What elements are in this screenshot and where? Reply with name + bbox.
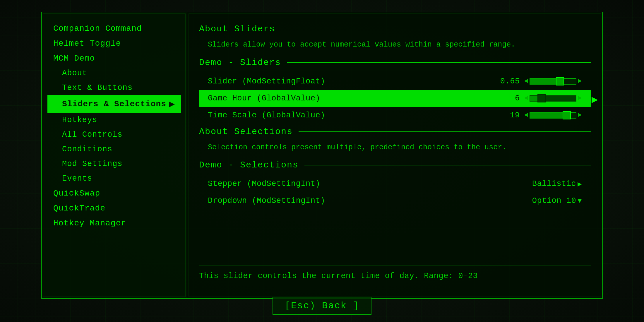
section-header-about-sliders: About Sliders: [199, 24, 591, 34]
slider-left-arrow-icon[interactable]: ◄: [524, 95, 528, 102]
section-desc-about-sliders: Sliders allow you to accept numerical va…: [199, 39, 591, 50]
setting-row-game-hour[interactable]: Game Hour (GlobalValue)6◄►▶: [199, 90, 591, 107]
slider-control-slider-float[interactable]: ◄►: [524, 78, 582, 85]
sidebar-item-hotkeys[interactable]: Hotkeys: [47, 113, 181, 127]
sidebar-item-mcm-demo[interactable]: MCM Demo: [47, 51, 181, 66]
dropdown-arrow-icon[interactable]: ▼: [578, 197, 582, 205]
slider-right-arrow-icon[interactable]: ►: [578, 112, 582, 119]
section-desc-about-selections: Selection controls present multiple, pre…: [199, 142, 591, 153]
main-container: Companion CommandHelmet ToggleMCM DemoAb…: [41, 12, 603, 299]
sidebar-item-label: Sliders & Selections: [62, 100, 166, 109]
setting-value-game-hour: 6: [502, 94, 520, 103]
section-title-about-sliders: About Sliders: [199, 24, 275, 34]
slider-right-arrow-icon[interactable]: ►: [578, 95, 582, 102]
slider-control-time-scale[interactable]: ◄►: [524, 112, 582, 119]
back-button[interactable]: [Esc) Back ]: [273, 297, 371, 315]
section-divider-demo-selections: [304, 165, 591, 165]
section-divider-demo-sliders: [287, 62, 591, 63]
setting-label-dropdown: Dropdown (ModSettingInt): [208, 196, 532, 205]
stepper-value-stepper: Ballistic: [532, 179, 576, 188]
section-title-demo-selections: Demo - Selections: [199, 160, 299, 170]
slider-thumb-time-scale: [563, 111, 571, 119]
setting-label-slider-float: Slider (ModSettingFloat): [208, 77, 500, 86]
section-title-about-selections: About Selections: [199, 127, 293, 137]
slider-fill-slider-float: [530, 79, 560, 84]
dropdown-control-dropdown[interactable]: Option 10▼: [532, 196, 582, 205]
slider-control-game-hour[interactable]: ◄►: [524, 95, 582, 102]
slider-thumb-game-hour: [537, 94, 546, 102]
sidebar-item-companion-command[interactable]: Companion Command: [47, 21, 181, 36]
sidebar-item-text-buttons[interactable]: Text & Buttons: [47, 80, 181, 95]
section-divider-about-sliders: [281, 29, 591, 29]
section-title-demo-sliders: Demo - Sliders: [199, 58, 281, 68]
slider-left-arrow-icon[interactable]: ◄: [524, 78, 528, 85]
setting-label-game-hour: Game Hour (GlobalValue): [208, 94, 502, 103]
section-header-demo-sliders: Demo - Sliders: [199, 58, 591, 68]
setting-row-stepper[interactable]: Stepper (ModSettingInt)Ballistic▶: [199, 175, 591, 192]
stepper-control-stepper[interactable]: Ballistic▶: [532, 179, 582, 188]
section-divider-about-selections: [299, 131, 591, 132]
bottom-bar: [Esc) Back ]: [0, 297, 644, 315]
sidebar-item-hotkey-manager[interactable]: Hotkey Manager: [47, 216, 181, 231]
dropdown-value-dropdown: Option 10: [532, 196, 576, 205]
tooltip-bar: This slider controls the current time of…: [199, 266, 591, 280]
sidebar-item-events[interactable]: Events: [47, 171, 181, 186]
setting-row-time-scale[interactable]: Time Scale (GlobalValue)19◄►: [199, 107, 591, 124]
back-label: [Esc) Back ]: [285, 300, 359, 311]
slider-track-game-hour[interactable]: [530, 95, 576, 102]
section-header-demo-selections: Demo - Selections: [199, 160, 591, 170]
left-panel: Companion CommandHelmet ToggleMCM DemoAb…: [41, 12, 187, 299]
setting-row-dropdown[interactable]: Dropdown (ModSettingInt)Option 10▼: [199, 192, 591, 209]
setting-label-time-scale: Time Scale (GlobalValue): [208, 111, 502, 120]
setting-label-stepper: Stepper (ModSettingInt): [208, 179, 532, 188]
section-header-about-selections: About Selections: [199, 127, 591, 137]
slider-track-slider-float[interactable]: [530, 78, 576, 85]
slider-track-time-scale[interactable]: [530, 112, 576, 119]
cursor-arrow-icon: ▶: [592, 93, 598, 106]
tooltip-text: This slider controls the current time of…: [199, 272, 478, 280]
slider-left-arrow-icon[interactable]: ◄: [524, 112, 528, 119]
content-area: About SlidersSliders allow you to accept…: [199, 24, 591, 209]
slider-thumb-slider-float: [556, 77, 564, 85]
stepper-arrow-icon[interactable]: ▶: [578, 180, 582, 188]
chevron-right-icon: ▶: [169, 98, 175, 110]
sidebar-item-quicktrade[interactable]: QuickTrade: [47, 201, 181, 216]
setting-row-slider-float[interactable]: Slider (ModSettingFloat)0.65◄►: [199, 73, 591, 90]
sidebar-item-quickswap[interactable]: QuickSwap: [47, 186, 181, 201]
sidebar-item-all-controls[interactable]: All Controls: [47, 127, 181, 142]
slider-right-arrow-icon[interactable]: ►: [578, 78, 582, 85]
sidebar-item-mod-settings[interactable]: Mod Settings: [47, 157, 181, 171]
sidebar-item-sliders-selections[interactable]: Sliders & Selections▶: [47, 95, 181, 113]
nav-list: Companion CommandHelmet ToggleMCM DemoAb…: [47, 21, 181, 231]
slider-fill-time-scale: [530, 113, 567, 118]
sidebar-item-helmet-toggle[interactable]: Helmet Toggle: [47, 36, 181, 51]
sidebar-item-about[interactable]: About: [47, 66, 181, 80]
sidebar-item-conditions[interactable]: Conditions: [47, 142, 181, 157]
setting-value-time-scale: 19: [502, 111, 520, 120]
setting-value-slider-float: 0.65: [500, 77, 520, 86]
right-panel: About SlidersSliders allow you to accept…: [187, 12, 603, 299]
